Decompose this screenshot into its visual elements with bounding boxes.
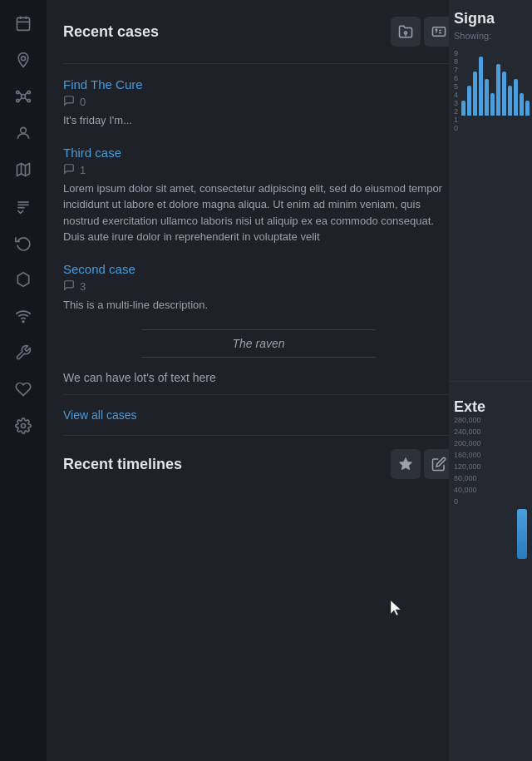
y-axis: 9 8 7 6 5 4 3 2 1 0 [454,49,458,116]
bar [479,57,483,116]
signature-chart: 9 8 7 6 5 4 3 2 1 0 [454,49,527,116]
sidebar-item-signal[interactable] [7,299,40,333]
svg-line-11 [25,92,27,95]
sidebar-item-hex[interactable] [7,263,40,296]
external-section: Exte 280,000240,000200,000160,000120,000… [449,388,532,569]
footer-divider [63,394,454,395]
sidebar-item-network[interactable] [7,80,40,113]
signature-title: Signa [454,10,527,27]
svg-point-7 [27,91,30,93]
bar [485,79,489,116]
footer-text: We can have lot's of text here [63,371,454,384]
case-title-2[interactable]: Third case [63,146,454,160]
recent-timelines-title: Recent timelines [63,456,182,473]
top-divider [63,63,454,64]
header-action-icons [391,17,454,47]
bar [496,64,500,116]
svg-line-12 [19,98,22,101]
case-item-1: Find The Cure 0 It's friday I'm... [63,77,454,129]
case-comments-1: 0 [63,95,454,109]
bar [461,101,466,116]
case-title-1[interactable]: Find The Cure [63,77,454,91]
raven-line-bottom [141,357,376,358]
comment-bubble-icon-3 [63,279,75,294]
recent-timelines-header: Recent timelines [63,449,454,479]
right-panel: Signa Showing: 9 8 7 6 5 4 3 2 1 0 [449,0,532,761]
svg-point-24 [405,32,407,34]
sidebar-item-tools[interactable] [7,336,40,369]
case-comments-3: 3 [63,279,454,294]
comment-bubble-icon-2 [63,163,75,177]
sidebar-item-heart[interactable] [7,373,40,406]
star-icon-btn[interactable] [391,449,421,479]
svg-point-9 [27,99,30,101]
case-comment-count-1: 0 [80,96,86,108]
raven-block: The raven [63,329,454,358]
svg-point-8 [17,99,19,101]
svg-point-14 [21,127,27,133]
raven-text: The raven [232,330,284,357]
sidebar-item-calendar[interactable] [7,7,40,40]
case-description-3: This is a multi-line description. [63,297,454,314]
external-title: Exte [454,398,527,416]
svg-rect-26 [433,27,446,37]
svg-point-6 [17,91,19,93]
main-content: Recent cases Find The Cure 0 It's friday… [47,0,470,761]
svg-point-4 [22,57,26,61]
bottom-section-divider [63,435,454,436]
sidebar-item-gear[interactable] [7,409,40,442]
signature-section: Signa Showing: 9 8 7 6 5 4 3 2 1 0 [449,0,532,374]
signature-subtitle: Showing: [454,31,527,41]
bar [473,72,477,116]
sidebar-item-list[interactable] [7,190,40,223]
svg-marker-15 [17,164,30,176]
case-comments-2: 1 [63,163,454,177]
timelines-action-icons [391,449,454,479]
case-description-1: It's friday I'm... [63,112,454,129]
bar [502,72,506,116]
folder-icon-btn[interactable] [391,17,421,47]
bar [525,101,530,116]
case-item-3: Second case 3 This is a multi-line descr… [63,262,454,314]
external-values: 280,000240,000200,000160,000120,00080,00… [454,416,527,506]
svg-line-10 [19,92,22,95]
svg-point-23 [22,424,26,428]
svg-rect-0 [17,17,30,30]
svg-point-22 [22,321,24,323]
recent-cases-title: Recent cases [63,23,159,41]
sidebar-item-location[interactable] [7,43,40,77]
svg-marker-21 [17,273,28,287]
sidebar-item-map[interactable] [7,153,40,186]
svg-point-30 [436,29,437,31]
bar [508,86,512,116]
panel-separator [449,381,532,382]
svg-line-13 [25,98,27,101]
bar [467,86,471,116]
case-comment-count-3: 3 [80,280,86,293]
case-item-2: Third case 1 Lorem ipsum dolor sit amet,… [63,146,454,245]
sidebar-item-refresh[interactable] [7,226,40,259]
bar [514,79,518,116]
sidebar [0,0,47,761]
bar [520,93,524,116]
case-body-scroll-2[interactable]: Lorem ipsum dolor sit amet, consectetur … [63,180,454,245]
svg-marker-31 [400,458,412,470]
recent-cases-header: Recent cases [63,17,454,47]
case-comment-count-2: 1 [80,164,86,176]
bar [490,93,495,116]
sidebar-item-person[interactable] [7,116,40,150]
case-title-3[interactable]: Second case [63,262,454,276]
case-description-2: Lorem ipsum dolor sit amet, consectetur … [63,180,451,245]
comment-bubble-icon-1 [63,95,75,109]
view-all-cases-link[interactable]: View all cases [63,408,454,422]
